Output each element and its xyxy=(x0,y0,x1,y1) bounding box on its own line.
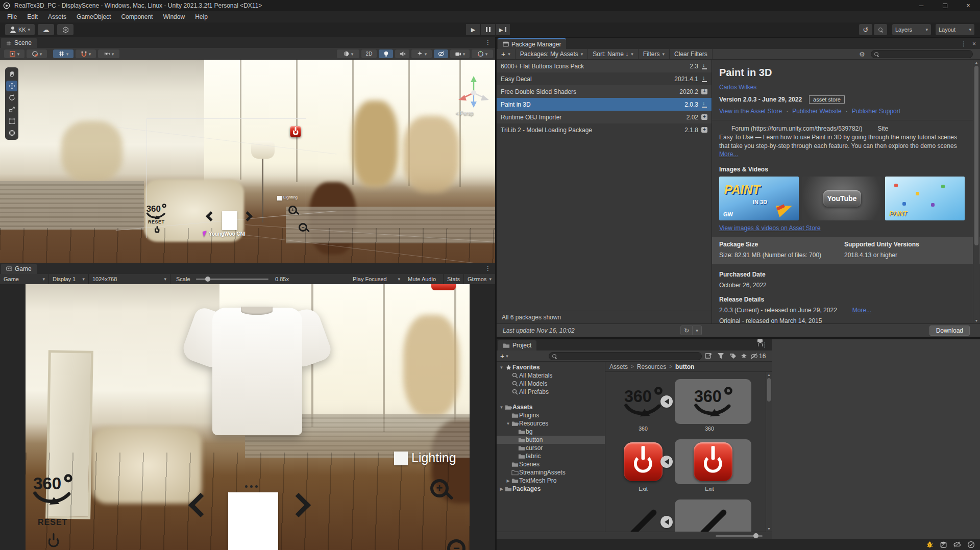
scene-orientation-gizmo[interactable] xyxy=(456,75,492,111)
asset-thumbnail-selected-360[interactable]: 360 xyxy=(675,379,751,424)
2d-toggle[interactable]: 2D xyxy=(361,49,377,58)
search-by-label-icon[interactable] xyxy=(729,353,737,361)
menu-file[interactable]: File xyxy=(2,13,22,20)
scale-slider[interactable] xyxy=(196,279,268,280)
cloud-button[interactable]: ☁ xyxy=(38,24,54,35)
scene-viewport[interactable]: 360 RESET YoungWoo CNI Lighting + − xyxy=(0,60,495,263)
tree-item-cursor[interactable]: cursor xyxy=(497,444,605,452)
snap-magnet-dropdown[interactable]: ▾ xyxy=(76,49,96,58)
asset-thumbnail-selected-exit[interactable] xyxy=(675,439,751,484)
project-add-dropdown[interactable]: +▾ xyxy=(500,352,508,360)
thumbnail-size-slider[interactable] xyxy=(716,535,763,537)
rect-tool[interactable] xyxy=(6,116,17,127)
menu-edit[interactable]: Edit xyxy=(22,13,43,20)
tool-handle-pivot-dropdown[interactable]: ▾ xyxy=(4,49,24,58)
plastic-scm-button[interactable] xyxy=(57,24,74,35)
close-button[interactable]: × xyxy=(957,0,980,11)
breadcrumb-button[interactable]: button xyxy=(675,363,694,370)
save-search-star-icon[interactable] xyxy=(741,353,747,361)
asset-thumbnail-selected-pen[interactable] xyxy=(675,499,751,532)
scene-lighting-toggle[interactable] xyxy=(379,49,393,58)
pm-sort-dropdown[interactable]: Sort: Name ↓▾ xyxy=(588,49,639,59)
maximize-button[interactable] xyxy=(933,0,957,11)
tree-arrow-icon[interactable]: ▼ xyxy=(499,405,504,410)
resolution-dropdown[interactable]: 1024x768▾ xyxy=(89,274,170,284)
tab-package-manager[interactable]: Package Manager xyxy=(498,38,566,49)
transform-tool[interactable] xyxy=(6,128,17,138)
game-viewport[interactable]: 360 RESET Lighting + − xyxy=(0,284,495,550)
account-dropdown[interactable]: KK ▾ xyxy=(5,24,35,35)
scene-visibility-toggle[interactable] xyxy=(434,49,448,58)
pause-button[interactable] xyxy=(481,24,495,35)
game-mode-dropdown[interactable]: Game▾ xyxy=(0,274,49,284)
tree-item-fabric[interactable]: fabric xyxy=(497,452,605,460)
tree-item-packages[interactable]: ▶Packages xyxy=(497,485,605,493)
tree-item-textmesh-pro[interactable]: ▶TextMesh Pro xyxy=(497,477,605,485)
pm-packages-filter-dropdown[interactable]: Packages: My Assets▾ xyxy=(516,49,589,59)
asset-grid-scrollbar[interactable]: ▲ ▼ xyxy=(766,372,772,532)
tree-arrow-icon[interactable]: ▼ xyxy=(499,365,504,370)
scale-tool[interactable] xyxy=(6,104,17,115)
asset-store-artwork[interactable]: PAINT xyxy=(885,177,965,220)
tab-game[interactable]: Game xyxy=(1,264,37,274)
scene-audio-toggle[interactable] xyxy=(395,49,409,58)
project-search-input[interactable] xyxy=(549,352,702,360)
breadcrumb-resources[interactable]: Resources xyxy=(637,363,666,370)
details-link-2[interactable]: Publisher Support xyxy=(852,108,900,115)
pm-search-input[interactable] xyxy=(871,50,973,58)
tool-handle-rotation-dropdown[interactable]: ▾ xyxy=(27,49,47,58)
tree-item-scenes[interactable]: Scenes xyxy=(497,460,605,468)
debugger-attach-icon[interactable]: ! xyxy=(926,541,934,548)
package-row[interactable]: Paint in 3D2.0.3 xyxy=(497,98,712,111)
images-link[interactable]: View images & videos on Asset Store xyxy=(719,224,821,232)
camera-dropdown[interactable]: ▾ xyxy=(450,49,470,58)
menu-help[interactable]: Help xyxy=(190,13,213,20)
effects-dropdown[interactable]: ▾ xyxy=(411,49,432,58)
menu-window[interactable]: Window xyxy=(158,13,190,20)
game-menu-kebab-icon[interactable]: ⋮ xyxy=(485,265,491,272)
tree-arrow-icon[interactable]: ▼ xyxy=(505,421,511,426)
tree-item-all-models[interactable]: All Models xyxy=(497,380,605,388)
release-more-link[interactable]: More... xyxy=(852,307,871,314)
mute-audio-button[interactable]: Mute Audio xyxy=(404,274,444,284)
package-row[interactable]: Runtime OBJ Importer2.02+ xyxy=(497,111,712,123)
package-row[interactable]: Easy Decal2021.4.1 xyxy=(497,72,712,85)
tree-item-button[interactable]: button xyxy=(497,436,605,444)
tree-item-streamingassets[interactable]: StreamingAssets xyxy=(497,468,605,477)
progress-idle-icon[interactable] xyxy=(967,541,975,548)
asset-thumbnail-pen[interactable] xyxy=(619,499,668,532)
expand-subasset-badge[interactable] xyxy=(660,395,673,408)
package-row[interactable]: 6000+ Flat Buttons Icons Pack2.3 xyxy=(497,60,712,72)
refresh-dropdown[interactable]: ▾ xyxy=(693,326,702,335)
play-focused-dropdown[interactable]: Play Focused▾ xyxy=(349,274,404,284)
details-link-0[interactable]: View in the Asset Store xyxy=(719,108,782,115)
scene-perspective-label[interactable]: < Persp xyxy=(456,111,474,116)
hidden-count-toggle[interactable]: 16 xyxy=(750,353,766,360)
tree-item-favorites[interactable]: ▼Favorites xyxy=(497,363,605,371)
tree-item-plugins[interactable]: Plugins xyxy=(497,411,605,419)
search-in-assets-icon[interactable] xyxy=(705,353,712,361)
gizmos-dropdown[interactable]: Gizmos▾ xyxy=(464,274,495,284)
youtube-video-thumb[interactable]: YouTube xyxy=(802,177,882,220)
project-menu-kebab-icon[interactable]: ⋮ xyxy=(762,341,768,348)
stats-button[interactable]: Stats xyxy=(444,274,464,284)
menu-component[interactable]: Component xyxy=(116,13,158,20)
refresh-button[interactable]: ↻ xyxy=(680,326,693,335)
tree-arrow-icon[interactable]: ▶ xyxy=(505,479,511,483)
display-dropdown[interactable]: Display 1▾ xyxy=(49,274,89,284)
play-button[interactable]: ▶ xyxy=(466,24,480,35)
pm-filters-dropdown[interactable]: Filters▾ xyxy=(639,49,670,59)
undo-history-button[interactable]: ↺ xyxy=(859,24,872,35)
pm-menu-kebab-icon[interactable]: ⋮ xyxy=(961,40,967,47)
expand-subasset-badge[interactable] xyxy=(660,456,673,468)
package-author-link[interactable]: Carlos Wilkes xyxy=(719,84,756,91)
gear-icon[interactable]: ⚙ xyxy=(859,51,865,58)
rotate-tool[interactable] xyxy=(6,92,17,103)
tab-scene[interactable]: Scene xyxy=(1,38,37,48)
tree-item-all-materials[interactable]: All Materials xyxy=(497,371,605,380)
paint-in-3d-artwork[interactable]: PAINTIN 3DGW xyxy=(719,177,799,220)
details-link-1[interactable]: Publisher Website xyxy=(792,108,842,115)
search-by-type-icon[interactable] xyxy=(717,353,724,361)
pm-add-dropdown[interactable]: +▾ xyxy=(497,49,516,59)
minimize-button[interactable]: ─ xyxy=(910,0,933,11)
